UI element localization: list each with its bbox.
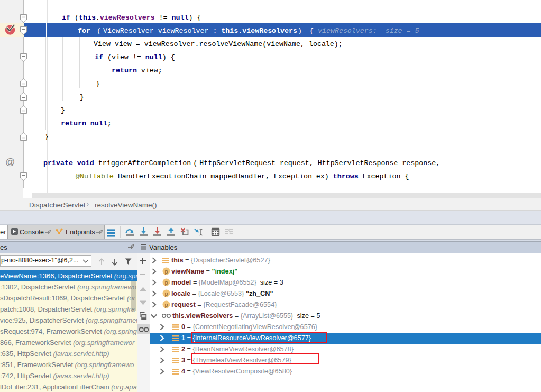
svg-text:p: p [164, 290, 168, 297]
svg-text:p: p [164, 268, 168, 275]
svg-text:p: p [164, 279, 168, 286]
svg-text:p: p [164, 302, 168, 308]
